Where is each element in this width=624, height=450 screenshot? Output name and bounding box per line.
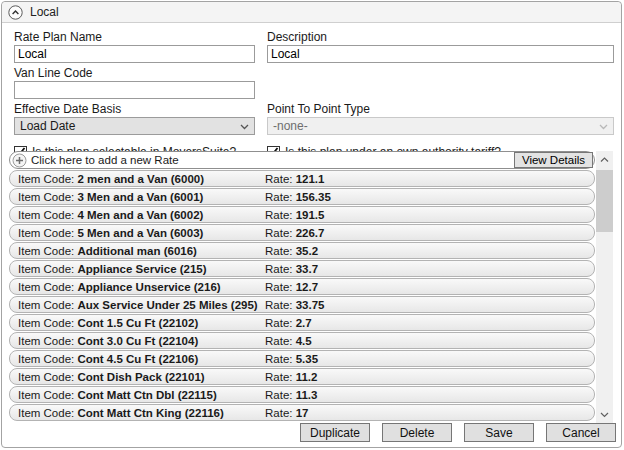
rate-list: Item Code: 2 men and a Van (6000) Rate: … <box>9 170 595 421</box>
save-button[interactable]: Save <box>464 423 534 442</box>
item-code-prefix: Item Code: <box>18 245 77 257</box>
item-code-prefix: Item Code: <box>18 389 77 401</box>
item-code-prefix: Item Code: <box>18 227 77 239</box>
effective-date-basis-label: Effective Date Basis <box>14 102 255 116</box>
van-line-code-label: Van Line Code <box>14 66 255 80</box>
rate-value: 12.7 <box>296 281 318 293</box>
rate-prefix: Rate: <box>265 191 296 203</box>
rate-plan-name-label: Rate Plan Name <box>14 30 255 44</box>
rate-list-item[interactable]: Item Code: Appliance Unservice (216) Rat… <box>9 278 595 295</box>
item-code-value: 5 Men and a Van (6003) <box>77 227 203 239</box>
rate-prefix: Rate: <box>265 299 296 311</box>
rate-value: 191.5 <box>296 209 325 221</box>
rate-value: 5.35 <box>296 353 318 365</box>
rate-list-item[interactable]: Item Code: Cont Matt Ctn Dbl (22115) Rat… <box>9 386 595 403</box>
scroll-up-icon[interactable] <box>596 151 613 168</box>
delete-button[interactable]: Delete <box>382 423 452 442</box>
rate-prefix: Rate: <box>265 371 296 383</box>
rate-list-item[interactable]: Item Code: Cont 1.5 Cu Ft (22102) Rate: … <box>9 314 595 331</box>
rates-area: Click here to add a new Rate View Detail… <box>9 151 595 422</box>
footer-button-bar: Duplicate Delete Save Cancel <box>300 423 616 442</box>
rate-prefix: Rate: <box>265 353 296 365</box>
rate-list-item[interactable]: Item Code: Cont 3.0 Cu Ft (22104) Rate: … <box>9 332 595 349</box>
rate-value: 17 <box>296 407 309 419</box>
effective-date-basis-select[interactable]: Load Date <box>14 117 255 135</box>
rate-value: 4.5 <box>296 335 312 347</box>
item-code-prefix: Item Code: <box>18 317 77 329</box>
rate-prefix: Rate: <box>265 335 296 347</box>
rate-value: 2.7 <box>296 317 312 329</box>
rate-plan-panel: Local Rate Plan Name Description Van Lin… <box>1 1 622 448</box>
cancel-button[interactable]: Cancel <box>546 423 616 442</box>
item-code-prefix: Item Code: <box>18 371 77 383</box>
description-input[interactable] <box>267 45 614 63</box>
rate-prefix: Rate: <box>265 407 296 419</box>
vertical-scrollbar[interactable] <box>596 151 613 423</box>
rate-list-item[interactable]: Item Code: Aux Service Under 25 Miles (2… <box>9 296 595 313</box>
scrollbar-thumb[interactable] <box>596 170 613 232</box>
item-code-prefix: Item Code: <box>18 209 77 221</box>
effective-date-basis-value: Load Date <box>20 119 75 133</box>
item-code-prefix: Item Code: <box>18 173 77 185</box>
rate-value: 226.7 <box>296 227 325 239</box>
item-code-prefix: Item Code: <box>18 191 77 203</box>
rate-value: 11.2 <box>296 371 318 383</box>
item-code-value: Appliance Unservice (216) <box>77 281 220 293</box>
rate-prefix: Rate: <box>265 389 296 401</box>
point-to-point-type-label: Point To Point Type <box>267 102 614 116</box>
scroll-down-icon[interactable] <box>596 406 613 423</box>
item-code-value: Additional man (6016) <box>77 245 197 257</box>
rate-list-item[interactable]: Item Code: 5 Men and a Van (6003) Rate: … <box>9 224 595 241</box>
rate-list-item[interactable]: Item Code: Cont Dish Pack (22101) Rate: … <box>9 368 595 385</box>
rate-list-item[interactable]: Item Code: Additional man (6016) Rate: 3… <box>9 242 595 259</box>
point-to-point-type-select: -none- <box>267 117 614 135</box>
item-code-value: 4 Men and a Van (6002) <box>77 209 203 221</box>
rate-value: 121.1 <box>296 173 325 185</box>
rate-list-item[interactable]: Item Code: 4 Men and a Van (6002) Rate: … <box>9 206 595 223</box>
item-code-prefix: Item Code: <box>18 335 77 347</box>
rate-list-item[interactable]: Item Code: Cont 4.5 Cu Ft (22106) Rate: … <box>9 350 595 367</box>
description-label: Description <box>267 30 614 44</box>
view-details-button[interactable]: View Details <box>514 152 593 168</box>
collapse-icon[interactable] <box>8 5 23 20</box>
item-code-value: Cont 3.0 Cu Ft (22104) <box>77 335 198 347</box>
item-code-prefix: Item Code: <box>18 263 77 275</box>
rate-value: 33.7 <box>296 263 318 275</box>
item-code-prefix: Item Code: <box>18 407 77 419</box>
rate-value: 35.2 <box>296 245 318 257</box>
item-code-value: 2 men and a Van (6000) <box>77 173 204 185</box>
add-new-rate-row[interactable]: Click here to add a new Rate View Detail… <box>9 151 595 169</box>
rate-prefix: Rate: <box>265 263 296 275</box>
item-code-value: Aux Service Under 25 Miles (295) <box>77 299 257 311</box>
van-line-code-input[interactable] <box>14 81 255 99</box>
item-code-value: 3 Men and a Van (6001) <box>77 191 203 203</box>
rate-list-item[interactable]: Item Code: 2 men and a Van (6000) Rate: … <box>9 170 595 187</box>
rate-list-item[interactable]: Item Code: 3 Men and a Van (6001) Rate: … <box>9 188 595 205</box>
rate-plan-form: Rate Plan Name Description Van Line Code… <box>2 23 621 159</box>
rate-prefix: Rate: <box>265 173 296 185</box>
rate-list-item[interactable]: Item Code: Cont Matt Ctn King (22116) Ra… <box>9 404 595 421</box>
item-code-value: Appliance Service (215) <box>77 263 206 275</box>
item-code-value: Cont 4.5 Cu Ft (22106) <box>77 353 198 365</box>
point-to-point-type-value: -none- <box>273 119 308 133</box>
item-code-value: Cont 1.5 Cu Ft (22102) <box>77 317 198 329</box>
item-code-value: Cont Matt Ctn King (22116) <box>77 407 223 419</box>
rate-prefix: Rate: <box>265 209 296 221</box>
add-new-rate-label: Click here to add a new Rate <box>31 154 514 166</box>
duplicate-button[interactable]: Duplicate <box>300 423 370 442</box>
rate-plan-name-input[interactable] <box>14 45 255 63</box>
item-code-value: Cont Matt Ctn Dbl (22115) <box>77 389 216 401</box>
rate-list-item[interactable]: Item Code: Appliance Service (215) Rate:… <box>9 260 595 277</box>
rate-value: 156.35 <box>296 191 331 203</box>
chevron-down-icon <box>240 119 249 133</box>
rate-prefix: Rate: <box>265 245 296 257</box>
rate-value: 11.3 <box>296 389 318 401</box>
rate-prefix: Rate: <box>265 227 296 239</box>
chevron-down-icon <box>599 119 608 133</box>
panel-title: Local <box>30 5 59 19</box>
item-code-value: Cont Dish Pack (22101) <box>77 371 204 383</box>
item-code-prefix: Item Code: <box>18 353 77 365</box>
rate-value: 33.75 <box>296 299 325 311</box>
panel-header: Local <box>2 2 621 23</box>
item-code-prefix: Item Code: <box>18 299 77 311</box>
